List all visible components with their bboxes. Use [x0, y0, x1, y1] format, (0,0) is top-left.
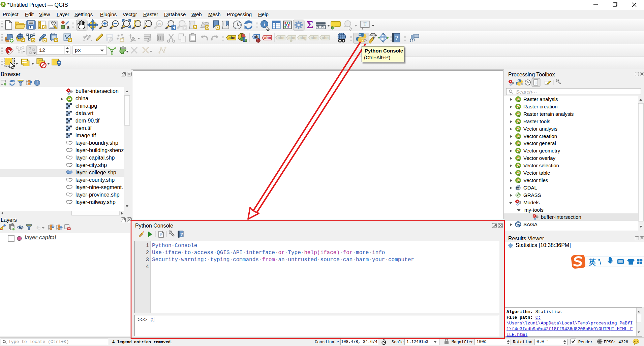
svg-text:?: ?	[395, 35, 398, 41]
svg-text:Σ: Σ	[307, 19, 313, 31]
svg-text:abc: abc	[278, 36, 284, 40]
svg-text:?: ?	[180, 232, 183, 237]
svg-text:i: i	[264, 21, 265, 27]
svg-text:GDAL: GDAL	[516, 187, 521, 189]
svg-text:T: T	[363, 21, 367, 27]
svg-text:abc: abc	[300, 36, 306, 40]
svg-text:12: 12	[39, 48, 45, 54]
svg-text:abc: abc	[288, 36, 295, 40]
svg-text:abc: abc	[311, 36, 317, 40]
svg-text:1:1: 1:1	[157, 22, 161, 26]
svg-text:ab: ab	[254, 35, 258, 39]
svg-text:px: px	[75, 48, 81, 54]
svg-text:英: 英	[588, 258, 596, 266]
svg-text:abc: abc	[228, 36, 235, 40]
svg-text:a: a	[67, 25, 69, 30]
svg-text:abc: abc	[322, 36, 329, 40]
svg-text:abc: abc	[264, 36, 271, 40]
